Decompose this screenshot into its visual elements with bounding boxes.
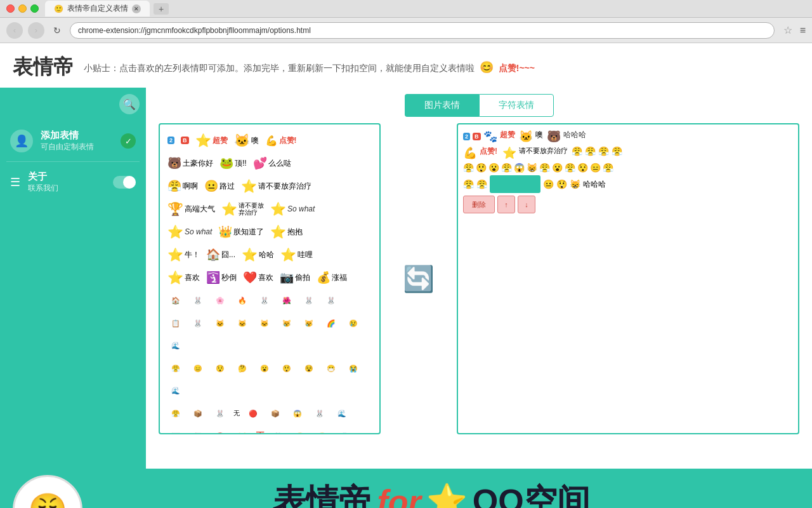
- emoji-color-1[interactable]: 📊: [165, 425, 187, 433]
- emoji-wang-label[interactable]: 王: [254, 425, 266, 433]
- emoji-ding[interactable]: 🐸 顶!!: [217, 152, 249, 174]
- emoji-misc-7[interactable]: 🐰: [309, 403, 331, 424]
- emoji-toupai[interactable]: 📷 偷拍: [277, 267, 313, 288]
- emoji-sm-1[interactable]: 📋: [165, 312, 187, 334]
- emoji-sm-6[interactable]: 😿: [276, 312, 298, 334]
- emoji-color-7[interactable]: 😎: [311, 425, 333, 433]
- emoji-color-2[interactable]: 🃏: [187, 425, 209, 433]
- emoji-niu[interactable]: ⭐ 牛！: [165, 244, 202, 265]
- emoji-sm-8[interactable]: 🌈: [320, 312, 342, 334]
- emoji-color-4[interactable]: 🐱: [232, 425, 253, 433]
- browser-tab[interactable]: 🙂 表情帝自定义表情 ✕: [45, 1, 150, 17]
- search-icon[interactable]: 🔍: [119, 94, 140, 114]
- emoji-color-3[interactable]: 🔴: [209, 425, 231, 433]
- right-emoji-2: 🐱: [519, 130, 533, 144]
- emoji-wali[interactable]: ⭐ 哇哩: [278, 244, 315, 265]
- emoji-face-r1[interactable]: 😤: [165, 358, 187, 379]
- emoji-face-r8[interactable]: 😷: [320, 358, 342, 379]
- emoji-face-6[interactable]: 🌺: [276, 290, 298, 311]
- emoji-sm-7[interactable]: 😿: [298, 312, 320, 334]
- emoji-dianzan[interactable]: 💪 点赞!: [263, 130, 299, 151]
- forward-button[interactable]: ›: [28, 22, 44, 39]
- emoji-luoguo[interactable]: 😐 路过: [202, 175, 237, 197]
- menu-button[interactable]: ≡: [800, 25, 806, 36]
- emoji-face-3[interactable]: 🌸: [209, 290, 231, 311]
- emoji-sm-3[interactable]: 🐱: [209, 312, 231, 334]
- emoji-so-what2[interactable]: ⭐ So what: [165, 221, 214, 243]
- tab-close-button[interactable]: ✕: [132, 4, 141, 13]
- emoji-zhangfu[interactable]: 💰 涨福: [314, 267, 350, 288]
- sidebar-item-about[interactable]: ☰ 关于 联系我们: [0, 162, 146, 203]
- emoji-face-r2[interactable]: 😑: [187, 358, 209, 379]
- emoji-face-r10[interactable]: 🌊: [165, 380, 187, 401]
- emoji-meme[interactable]: 💕 么么哒: [251, 152, 294, 174]
- emoji-face-r4[interactable]: 🤔: [232, 358, 253, 379]
- emoji-tuhao[interactable]: 🐻 土豪你好: [165, 152, 216, 174]
- browser-titlebar: 🙂 表情帝自定义表情 ✕ +: [0, 0, 812, 18]
- emoji-misc-5[interactable]: 📦: [265, 403, 286, 424]
- emoji-face-r6[interactable]: 😲: [276, 358, 298, 379]
- emoji-row-8: 🏠 🐰 🌸 🔥 🐰 🌺 🐰 🐰: [165, 290, 374, 311]
- emoji-face-1[interactable]: 🏠: [165, 290, 187, 311]
- emoji-sm-5[interactable]: 🐱: [254, 312, 275, 334]
- emoji-no-label[interactable]: 无: [232, 403, 242, 424]
- emoji-color-5[interactable]: 🐰: [267, 425, 289, 433]
- tab-image-emoji[interactable]: 图片表情: [405, 94, 479, 117]
- back-button[interactable]: ‹: [6, 22, 23, 39]
- new-tab-button[interactable]: +: [154, 3, 169, 15]
- emoji-face-r7[interactable]: 😵: [298, 358, 320, 379]
- emoji-2-badge[interactable]: 2: [165, 130, 177, 151]
- emoji-misc-4[interactable]: 🔴: [242, 403, 264, 424]
- emoji-o[interactable]: 🐱 噢: [232, 130, 261, 151]
- right-emoji-panel[interactable]: 2 B 🐾 超赞 🐱 噢 🐻 哈哈哈 💪 点赞! ⭐ 请不要放: [457, 123, 799, 434]
- emoji-face-4[interactable]: 🔥: [232, 290, 253, 311]
- emoji-sm-10[interactable]: 🌊: [165, 335, 187, 356]
- emoji-huggy[interactable]: ⭐ 抱抱: [268, 221, 305, 243]
- emoji-misc-3[interactable]: 🐰: [209, 403, 231, 424]
- emoji-sm-9[interactable]: 😢: [343, 312, 364, 334]
- emoji-miao-dao[interactable]: 🛐 秒倒: [204, 267, 239, 288]
- left-panel-scroll[interactable]: 2 B ⭐ 超赞 🐱 噢 💪: [160, 124, 379, 433]
- emoji-color-6[interactable]: 😎: [289, 425, 311, 433]
- emoji-donot-give-up2[interactable]: ⭐ 请不要放弃治疗: [219, 198, 266, 220]
- maximize-button[interactable]: [30, 4, 39, 13]
- emoji-so-what[interactable]: ⭐ So what: [268, 198, 317, 220]
- emoji-misc-1[interactable]: 😤: [165, 403, 187, 424]
- hamburger-icon: ☰: [10, 175, 20, 189]
- emoji-sm-2[interactable]: 🐰: [187, 312, 209, 334]
- emoji-xihuan2[interactable]: ❤️ 喜欢: [240, 267, 276, 288]
- emoji-haha[interactable]: ⭐ 哈哈: [239, 244, 277, 265]
- emoji-face-2[interactable]: 🐰: [187, 290, 209, 311]
- emoji-chaozan[interactable]: ⭐ 超赞: [193, 130, 230, 151]
- emoji-face-r3[interactable]: 😯: [209, 358, 231, 379]
- right-small-2: 😲: [476, 163, 487, 173]
- close-button[interactable]: [6, 4, 15, 13]
- bookmark-star-icon[interactable]: ☆: [783, 24, 792, 36]
- tab-char-emoji[interactable]: 字符表情: [479, 94, 554, 117]
- emoji-misc-6[interactable]: 😱: [287, 403, 308, 424]
- refresh-button[interactable]: ↻: [49, 23, 65, 38]
- emoji-donot-give-up[interactable]: ⭐ 请不要放弃治疗: [239, 175, 314, 197]
- emoji-face-8[interactable]: 🐰: [320, 290, 342, 311]
- emoji-face-5[interactable]: 🐰: [254, 290, 275, 311]
- right-row4-2: 😤: [476, 179, 487, 189]
- left-emoji-panel[interactable]: 2 B ⭐ 超赞 🐱 噢 💪: [159, 123, 381, 434]
- address-bar[interactable]: chrome-extension://jgmcnmfookcdkpflpbobn…: [70, 22, 775, 39]
- emoji-zhen-knows[interactable]: 👑 朕知道了: [216, 221, 266, 243]
- sidebar-item-add-emoji[interactable]: 👤 添加表情 可自由定制表情 ✓: [0, 121, 146, 161]
- toggle-switch[interactable]: [113, 176, 136, 189]
- emoji-face-7[interactable]: 🐰: [298, 290, 320, 311]
- emoji-face-r9[interactable]: 😭: [343, 358, 364, 379]
- minimize-button[interactable]: [18, 4, 27, 13]
- emoji-color-8[interactable]: 🌊: [334, 425, 355, 433]
- emoji-row-7: ⭐ 喜欢 🛐 秒倒 ❤️ 喜欢: [165, 267, 374, 288]
- emoji-aha[interactable]: 😤 啊啊: [165, 175, 200, 197]
- emoji-misc-8[interactable]: 🌊: [331, 403, 353, 424]
- emoji-face-r5[interactable]: 😮: [254, 358, 275, 379]
- emoji-jiong[interactable]: 🏠 囧...: [204, 244, 238, 265]
- emoji-xihuan[interactable]: ⭐ 喜欢: [165, 267, 202, 288]
- emoji-sm-4[interactable]: 🐱: [232, 312, 253, 334]
- emoji-misc-2[interactable]: 📦: [187, 403, 209, 424]
- emoji-b-badge[interactable]: B: [178, 130, 192, 151]
- emoji-highend[interactable]: 🏆 高端大气: [165, 198, 218, 220]
